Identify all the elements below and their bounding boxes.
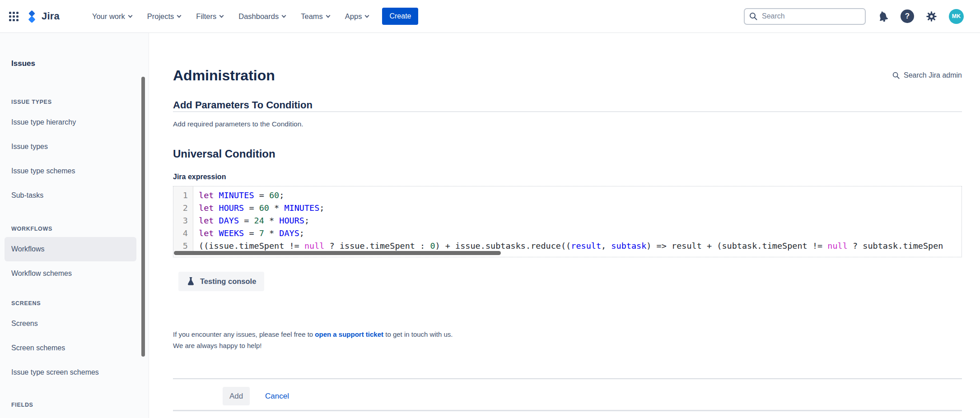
search-jira-admin-link[interactable]: Search Jira admin: [892, 71, 962, 79]
code-token: WEEKS: [219, 228, 244, 238]
line-number: 1: [173, 189, 193, 202]
code-token: HOURS: [219, 203, 244, 213]
help-button[interactable]: ?: [901, 9, 914, 23]
jira-logo[interactable]: Jira: [26, 10, 60, 23]
nav-label: Filters: [196, 12, 216, 21]
sidebar-item-sub-tasks[interactable]: Sub-tasks: [5, 183, 136, 208]
nav-item-projects[interactable]: Projects: [141, 9, 187, 24]
sidebar-item-label: Screen schemes: [11, 344, 65, 352]
line-number: 5: [173, 240, 193, 252]
search-input[interactable]: [744, 8, 866, 25]
help-icon: ?: [901, 9, 914, 23]
sidebar-item-label: Issue type screen schemes: [11, 368, 99, 376]
section-description: Add required parameters to the Condition…: [173, 119, 962, 129]
code-token: *: [264, 216, 279, 225]
code-token: MINUTES: [284, 203, 319, 213]
sidebar-section-fields: FIELDS: [0, 402, 149, 409]
jira-logo-text: Jira: [42, 10, 60, 22]
code-token: MINUTES: [219, 190, 254, 200]
code-line[interactable]: let DAYS = 24 * HOURS;: [199, 214, 961, 227]
jira-admin-screen: Jira Your work Projects Filters Dashboar…: [0, 0, 980, 418]
code-token: ;: [319, 203, 324, 213]
code-token: 7: [259, 228, 264, 238]
create-button[interactable]: Create: [382, 8, 418, 25]
open-support-ticket-link[interactable]: open a support ticket: [315, 330, 383, 338]
code-line[interactable]: let WEEKS = 7 * DAYS;: [199, 227, 961, 240]
nav-item-teams[interactable]: Teams: [294, 9, 336, 24]
avatar[interactable]: MK: [949, 9, 964, 24]
sidebar-section-issue-types: ISSUE TYPES Issue type hierarchy Issue t…: [0, 99, 149, 208]
editor-code[interactable]: let MINUTES = 60;let HOURS = 60 * MINUTE…: [194, 186, 961, 252]
add-button[interactable]: Add: [223, 387, 250, 405]
chevron-down-icon: [219, 13, 224, 18]
code-token: ) + issue.subtasks.reduce((: [435, 241, 571, 251]
settings-button[interactable]: [925, 10, 938, 23]
nav-item-dashboards[interactable]: Dashboards: [232, 9, 292, 24]
sidebar-item-label: Sub-tasks: [11, 191, 43, 200]
page-title: Administration: [173, 66, 275, 84]
code-editor[interactable]: 12345 let MINUTES = 60;let HOURS = 60 * …: [173, 186, 962, 257]
global-search: [744, 8, 866, 25]
nav-item-filters[interactable]: Filters: [190, 9, 229, 24]
primary-nav: Your work Projects Filters Dashboards Te…: [86, 9, 375, 24]
code-token: 60: [269, 190, 279, 200]
code-token: result: [571, 241, 601, 251]
nav-item-apps[interactable]: Apps: [339, 9, 375, 24]
sidebar-item-label: Workflows: [11, 245, 45, 253]
code-token: ;: [299, 228, 304, 238]
sidebar-title: Issues: [11, 59, 149, 68]
notifications-button[interactable]: [877, 10, 889, 23]
code-token: ,: [601, 241, 611, 251]
app-grid-icon: [9, 12, 19, 21]
nav-label: Your work: [92, 12, 125, 21]
sidebar-item-screen-schemes[interactable]: Screen schemes: [5, 336, 136, 360]
code-token: ;: [279, 190, 284, 200]
code-line[interactable]: ((issue.timeSpent != null ? issue.timeSp…: [199, 240, 961, 252]
sidebar-item-issue-type-screen-schemes[interactable]: Issue type screen schemes: [5, 360, 136, 385]
sidebar-item-workflow-schemes[interactable]: Workflow schemes: [5, 261, 136, 286]
search-icon: [749, 12, 758, 21]
code-token: =: [254, 190, 269, 200]
code-token: let: [199, 190, 214, 200]
line-number: 2: [173, 202, 193, 214]
code-line[interactable]: let HOURS = 60 * MINUTES;: [199, 202, 961, 214]
code-token: subtask: [611, 241, 646, 251]
cancel-button[interactable]: Cancel: [265, 392, 289, 401]
code-token: null: [304, 241, 325, 251]
code-token: =: [244, 203, 259, 213]
code-token: ? subtask.timeSpen: [848, 241, 943, 251]
code-token: [214, 203, 219, 213]
sidebar-item-issue-types[interactable]: Issue types: [5, 135, 136, 159]
chevron-down-icon: [282, 13, 286, 18]
sidebar-scrollbar[interactable]: [141, 77, 145, 357]
app-switcher-button[interactable]: [9, 12, 19, 21]
sidebar-item-label: Issue types: [11, 143, 48, 151]
sidebar-item-issue-type-schemes[interactable]: Issue type schemes: [5, 159, 136, 183]
sidebar-item-workflows[interactable]: Workflows: [5, 237, 136, 261]
support-text: If you encounter any issues, please feel…: [173, 329, 962, 339]
support-text-line2: We are always happy to help!: [173, 340, 962, 351]
nav-item-your-work[interactable]: Your work: [86, 9, 138, 24]
code-token: ? issue.timeSpent :: [324, 241, 430, 251]
sidebar-item-screens[interactable]: Screens: [5, 311, 136, 336]
code-line[interactable]: let MINUTES = 60;: [199, 189, 961, 202]
code-token: let: [199, 228, 214, 238]
testing-console-button[interactable]: Testing console: [178, 272, 264, 291]
editor-horizontal-scrollbar[interactable]: [174, 251, 501, 255]
search-icon: [892, 71, 900, 79]
sidebar-section-screens: SCREENS Screens Screen schemes Issue typ…: [0, 300, 149, 385]
code-token: DAYS: [279, 228, 299, 238]
code-token: 60: [259, 203, 269, 213]
code-token: =: [239, 216, 254, 225]
code-token: null: [827, 241, 848, 251]
chevron-down-icon: [365, 13, 369, 18]
code-token: [214, 228, 219, 238]
nav-label: Apps: [345, 12, 362, 21]
chevron-down-icon: [177, 13, 182, 18]
sidebar-item-issue-type-hierarchy[interactable]: Issue type hierarchy: [5, 110, 136, 135]
form-actions: Add Cancel: [223, 387, 962, 405]
line-number: 4: [173, 227, 193, 240]
code-token: 0: [430, 241, 435, 251]
sidebar-section-heading: FIELDS: [11, 402, 149, 409]
testing-console-label: Testing console: [200, 277, 256, 286]
